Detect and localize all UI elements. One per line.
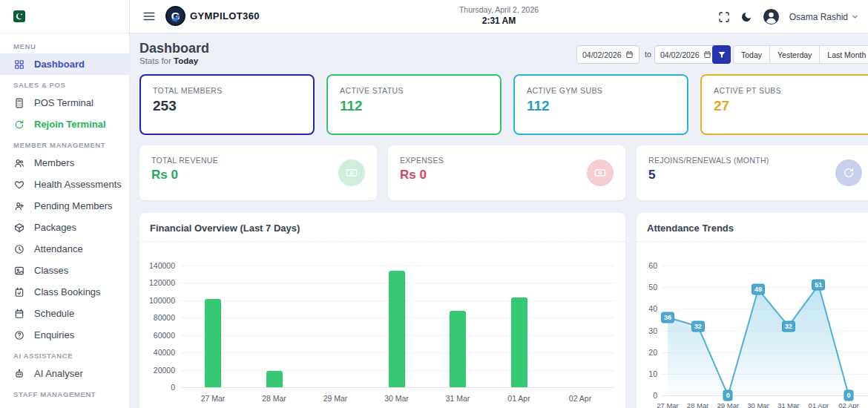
app-logo: G GYMPILOT360 bbox=[165, 6, 260, 26]
stat-card-value: 253 bbox=[153, 98, 301, 114]
stat-card-label: TOTAL MEMBERS bbox=[153, 86, 301, 95]
package-icon bbox=[13, 222, 24, 233]
gridline bbox=[181, 387, 614, 388]
y-axis-tick: 0 bbox=[637, 391, 657, 400]
calendar-icon bbox=[13, 308, 24, 319]
user-name-label: Osama Rashid bbox=[789, 12, 848, 22]
x-axis-label: 02 Apr bbox=[838, 401, 858, 408]
x-axis-label: 27 Mar bbox=[191, 394, 235, 403]
date-from-value: 04/02/2026 bbox=[582, 50, 622, 59]
summary-card-label: REJOINS/RENEWALS (MONTH) bbox=[648, 156, 862, 165]
banknote-icon bbox=[338, 159, 365, 186]
stat-card-total-members: TOTAL MEMBERS253 bbox=[139, 74, 315, 135]
y-axis-tick: 10 bbox=[637, 369, 657, 378]
current-date: Thursday, April 2, 2026 bbox=[459, 5, 539, 14]
hamburger-menu-icon[interactable] bbox=[142, 10, 157, 23]
stat-card-label: ACTIVE GYM SUBS bbox=[527, 86, 675, 95]
calendar-icon bbox=[703, 50, 711, 59]
sidebar-item-label: Packages bbox=[34, 222, 76, 233]
avatar-icon[interactable] bbox=[763, 8, 780, 25]
stat-card-label: ACTIVE STATUS bbox=[340, 86, 488, 95]
quick-filter-group: TodayYesterdayLast MonthAll Time bbox=[733, 45, 868, 64]
quick-filter-yesterday[interactable]: Yesterday bbox=[770, 45, 820, 64]
sidebar-item-label: Enquiries bbox=[34, 329, 74, 340]
y-axis-tick: 20000 bbox=[139, 366, 175, 375]
summary-card-rejoins-renewals-month-: REJOINS/RENEWALS (MONTH)5 bbox=[637, 145, 868, 200]
fullscreen-icon[interactable] bbox=[718, 10, 731, 23]
stat-card-label: ACTIVE PT SUBS bbox=[714, 86, 862, 95]
sidebar-header bbox=[0, 0, 129, 33]
stat-card-row: TOTAL MEMBERS253ACTIVE STATUS112ACTIVE G… bbox=[139, 74, 868, 135]
sidebar-item-label: POS Terminal bbox=[34, 97, 93, 108]
image-icon bbox=[13, 265, 24, 276]
sidebar-item-ai-analyser[interactable]: AI Analyser bbox=[0, 363, 129, 384]
sidebar-section-label: SALES & POS bbox=[0, 75, 129, 92]
sidebar-item-label: Dashboard bbox=[34, 59, 85, 70]
heart-icon bbox=[13, 179, 24, 190]
summary-card-value: Rs 0 bbox=[151, 168, 365, 182]
sidebar-item-label: Members bbox=[34, 157, 74, 168]
subtitle-range: Today bbox=[174, 56, 198, 65]
x-axis-label: 27 Mar bbox=[657, 401, 679, 408]
financial-overview-card: Financial Overview (Last 7 Days) 0200004… bbox=[139, 213, 625, 408]
moon-icon[interactable] bbox=[740, 10, 753, 23]
y-axis-tick: 40000 bbox=[139, 348, 175, 357]
y-axis-tick: 60000 bbox=[139, 331, 175, 340]
sidebar-item-dashboard[interactable]: Dashboard bbox=[0, 53, 129, 75]
summary-card-row: TOTAL REVENUERs 0EXPENSESRs 0REJOINS/REN… bbox=[139, 145, 868, 200]
sidebar-item-label: AI Analyser bbox=[34, 368, 83, 379]
sidebar-item-schedule[interactable]: Schedule bbox=[0, 303, 129, 324]
chevron-down-icon bbox=[851, 13, 859, 21]
x-axis-label: 31 Mar bbox=[435, 394, 480, 403]
quick-filter-today[interactable]: Today bbox=[733, 45, 770, 64]
date-from-input[interactable]: 04/02/2026 bbox=[576, 45, 640, 64]
x-axis-label: 02 Apr bbox=[558, 394, 602, 403]
topbar: G GYMPILOT360 Thursday, April 2, 2026 2:… bbox=[130, 0, 868, 33]
point-label: 51 bbox=[812, 280, 825, 291]
sidebar-item-label: Health Assessments bbox=[34, 179, 122, 190]
user-plus-icon bbox=[13, 200, 24, 211]
point-label: 32 bbox=[691, 320, 705, 332]
sidebar-nav: MENUDashboardSALES & POSPOS TerminalRejo… bbox=[0, 33, 129, 401]
date-to-input[interactable]: 04/02/2026 bbox=[654, 45, 717, 64]
y-axis-tick: 30 bbox=[637, 326, 657, 335]
sidebar-item-pending-members[interactable]: Pending Members bbox=[0, 195, 129, 217]
y-axis-tick: 40 bbox=[637, 304, 657, 313]
x-axis-label: 31 Mar bbox=[777, 401, 800, 408]
stat-card-active-status: ACTIVE STATUS112 bbox=[326, 74, 502, 135]
x-axis-label: 30 Mar bbox=[747, 401, 769, 408]
y-axis-tick: 120000 bbox=[139, 278, 175, 287]
user-menu[interactable]: Osama Rashid bbox=[789, 12, 859, 22]
attendance-chart-title: Attendance Trends bbox=[637, 213, 868, 234]
sidebar-item-classes[interactable]: Classes bbox=[0, 260, 129, 281]
bar-31-mar bbox=[450, 311, 466, 387]
sidebar-item-health-assessments[interactable]: Health Assessments bbox=[0, 174, 129, 195]
filter-button[interactable] bbox=[712, 45, 731, 64]
quick-filter-last-month[interactable]: Last Month bbox=[820, 45, 868, 64]
stat-card-value: 27 bbox=[714, 98, 862, 114]
sidebar-item-class-bookings[interactable]: Class Bookings bbox=[0, 281, 129, 303]
sidebar-section-label: MENU bbox=[0, 36, 129, 53]
sidebar-item-packages[interactable]: Packages bbox=[0, 217, 129, 238]
sidebar-section-label: MEMBER MANAGEMENT bbox=[0, 135, 129, 152]
subtitle-prefix: Stats for bbox=[139, 56, 171, 65]
sidebar-item-label: Schedule bbox=[34, 308, 74, 319]
sidebar-item-rejoin-terminal[interactable]: Rejoin Terminal bbox=[0, 113, 129, 135]
sidebar-item-enquiries[interactable]: Enquiries bbox=[0, 324, 129, 346]
summary-card-value: 5 bbox=[648, 168, 862, 182]
page-title: Dashboard bbox=[139, 41, 209, 56]
x-axis-label: 29 Mar bbox=[717, 401, 740, 408]
sidebar-item-attendance[interactable]: Attendance bbox=[0, 238, 129, 260]
help-icon bbox=[13, 329, 24, 340]
x-axis-label: 29 Mar bbox=[313, 394, 358, 403]
to-label: to bbox=[645, 50, 651, 59]
summary-card-value: Rs 0 bbox=[400, 168, 614, 182]
summary-card-label: EXPENSES bbox=[400, 156, 614, 165]
divider bbox=[637, 241, 868, 242]
sidebar-item-pos-terminal[interactable]: POS Terminal bbox=[0, 92, 129, 113]
y-axis-tick: 140000 bbox=[139, 261, 175, 270]
paper-plane-icon bbox=[171, 14, 181, 23]
bar-01-apr bbox=[511, 297, 527, 387]
pakistan-flag-icon bbox=[13, 10, 25, 22]
sidebar-item-members[interactable]: Members bbox=[0, 152, 129, 174]
